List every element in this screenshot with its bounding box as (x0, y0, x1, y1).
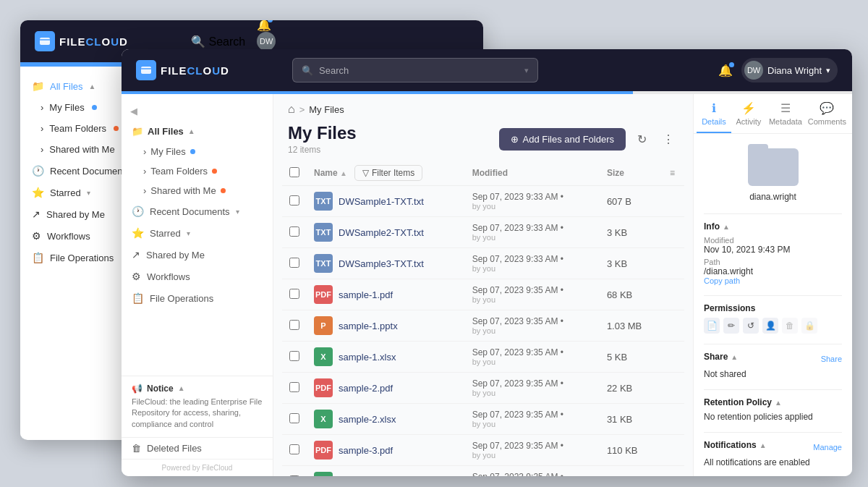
notice-caret: ▲ (178, 384, 185, 392)
row-checkbox-3[interactable] (289, 289, 299, 299)
table-row[interactable]: P sample-1.pptx Sep 07, 2023 9:35 AM • b… (282, 310, 684, 342)
table-row[interactable]: PDF sample-2.pdf Sep 07, 2023 9:35 AM • … (282, 373, 684, 404)
row-checkbox-1[interactable] (289, 226, 299, 237)
row-size-cell: 3 KB (600, 217, 663, 248)
back-search-text: Search (208, 35, 245, 48)
th-modified[interactable]: Modified (465, 161, 600, 186)
dot-badge-orange (114, 126, 119, 131)
row-actions-cell (663, 248, 684, 279)
row-actions-cell (663, 435, 684, 466)
sidebar-all-files[interactable]: 📁 All Files ▲ (122, 121, 273, 142)
row-actions-cell (663, 217, 684, 248)
row-checkbox-5[interactable] (289, 351, 299, 361)
row-checkbox-8[interactable] (289, 444, 299, 454)
perm-share-icon[interactable]: 👤 (762, 318, 778, 334)
file-name: sample-1.pdf (339, 289, 393, 300)
row-checkbox-2[interactable] (289, 258, 299, 268)
main-logo-text: FILECLOUD (161, 64, 229, 77)
sidebar-shared-by-me[interactable]: ↗ Shared by Me (122, 244, 273, 266)
back-starred-label: Starred (50, 187, 81, 198)
main-search-placeholder: Search (319, 65, 349, 76)
sidebar-file-operations[interactable]: 📋 File Operations (122, 287, 273, 309)
sidebar-my-files[interactable]: › My Files (122, 142, 273, 161)
folder-icon: 📁 (32, 80, 44, 92)
retention-section: Retention Policy ▲ No retention policies… (704, 397, 842, 422)
file-modified-date: Sep 07, 2023 9:35 AM • (472, 472, 592, 476)
table-row[interactable]: PDF sample-1.pdf Sep 07, 2023 9:35 AM • … (282, 279, 684, 310)
table-row[interactable]: X sample-2.xlsx Sep 07, 2023 9:35 AM • b… (282, 404, 684, 435)
perm-edit-icon[interactable]: ✏ (723, 318, 739, 334)
team-folders-dot (212, 169, 217, 174)
back-logo: FILECLOUD (35, 31, 179, 51)
main-body: ◀ 📁 All Files ▲ › My Files › Team Folder… (122, 94, 852, 476)
collapse-sidebar-icon[interactable]: ◀ (127, 103, 140, 119)
powered-by: Powered by FileCloud (122, 459, 273, 476)
home-icon[interactable]: ⌂ (288, 103, 295, 116)
th-view-toggle[interactable]: ≡ (663, 161, 684, 186)
row-checkbox-4[interactable] (289, 320, 299, 330)
sidebar-shared-with-me[interactable]: › Shared with Me (122, 181, 273, 200)
notice-icon: 📢 (132, 384, 142, 394)
row-checkbox-9[interactable] (289, 475, 299, 477)
tab-metadata[interactable]: ☰ Metadata (766, 94, 805, 133)
file-modified-by: by you (472, 202, 592, 211)
tab-activity[interactable]: ⚡ Activity (731, 94, 766, 133)
row-checkbox-6[interactable] (289, 382, 299, 392)
refresh-button[interactable]: ↻ (633, 128, 651, 151)
filter-button[interactable]: ▽ Filter Items (354, 165, 422, 181)
notice-text: FileCloud: the leading Enterprise File R… (132, 397, 263, 430)
row-checkbox-0[interactable] (289, 195, 299, 206)
perm-lock-icon[interactable]: 🔒 (801, 318, 817, 334)
back-search: 🔍 Search (191, 35, 245, 48)
perm-sync-icon[interactable]: ↺ (743, 318, 759, 334)
shared-by-me-icon: ↗ (132, 249, 140, 261)
sidebar-recent-docs[interactable]: 🕐 Recent Documents ▾ (122, 200, 273, 222)
th-name-label: Name (314, 168, 338, 178)
table-row[interactable]: X sample-1.xlsx Sep 07, 2023 9:35 AM • b… (282, 342, 684, 373)
th-size[interactable]: Size (600, 161, 663, 186)
row-actions-cell (663, 186, 684, 217)
th-name[interactable]: Name ▲ ▽ Filter Items (307, 161, 465, 186)
main-user-pill[interactable]: DW Diana Wright ▾ (741, 58, 838, 82)
dot-badge (92, 105, 97, 110)
table-row[interactable]: TXT DWSample3-TXT.txt Sep 07, 2023 9:33 … (282, 248, 684, 279)
file-size: 3 KB (607, 258, 627, 269)
add-files-button[interactable]: ⊕ Add Files and Folders (499, 128, 626, 151)
tab-details[interactable]: ℹ Details (697, 94, 731, 133)
permissions-icons: 📄 ✏ ↺ 👤 🗑 🔒 (704, 318, 842, 334)
sidebar-deleted-files[interactable]: 🗑 Deleted Files (122, 437, 273, 459)
sidebar-workflows[interactable]: ⚙ Workflows (122, 266, 273, 287)
copy-path-link[interactable]: Copy path (704, 276, 842, 285)
main-search-bar[interactable]: 🔍 Search ▾ (292, 58, 538, 82)
file-type-icon: TXT (314, 254, 333, 273)
starred-icon: ⭐ (132, 227, 144, 239)
right-panel-tabs: ℹ Details ⚡ Activity ☰ Metadata 💬 Commen… (694, 94, 852, 134)
notifications-manage-link[interactable]: Manage (813, 443, 842, 452)
file-modified-date: Sep 07, 2023 9:35 AM • (472, 378, 592, 389)
file-name: sample-3.pdf (339, 445, 393, 456)
file-type-icon: PDF (314, 285, 333, 304)
table-row[interactable]: TXT DWSample2-TXT.txt Sep 07, 2023 9:33 … (282, 217, 684, 248)
row-name-cell: X sample-2.xlsx (307, 404, 465, 435)
table-row[interactable]: X sample-3.xlsx Sep 07, 2023 9:35 AM • b… (282, 466, 684, 477)
share-action-link[interactable]: Share (821, 355, 842, 363)
svg-rect-0 (40, 38, 50, 45)
row-modified-cell: Sep 07, 2023 9:35 AM • by you (465, 435, 600, 466)
file-type-icon: X (314, 347, 333, 366)
row-modified-cell: Sep 07, 2023 9:35 AM • by you (465, 466, 600, 477)
file-modified-by: by you (472, 451, 592, 460)
sidebar-starred[interactable]: ⭐ Starred ▾ (122, 222, 273, 244)
starred-label: Starred (150, 228, 181, 239)
row-checkbox-7[interactable] (289, 413, 299, 423)
perm-view-icon[interactable]: 📄 (704, 318, 720, 334)
table-row[interactable]: TXT DWSample1-TXT.txt Sep 07, 2023 9:33 … (282, 186, 684, 217)
row-size-cell: 12 KB (600, 466, 663, 477)
sidebar-team-folders[interactable]: › Team Folders (122, 161, 273, 181)
more-options-button[interactable]: ⋮ (658, 128, 678, 151)
main-bell-icon[interactable]: 🔔 (718, 64, 733, 77)
perm-delete-icon[interactable]: 🗑 (782, 318, 798, 334)
select-all-checkbox[interactable] (289, 167, 299, 177)
tab-comments[interactable]: 💬 Comments (805, 94, 849, 133)
notifications-label: Notifications (704, 440, 757, 450)
table-row[interactable]: PDF sample-3.pdf Sep 07, 2023 9:35 AM • … (282, 435, 684, 466)
